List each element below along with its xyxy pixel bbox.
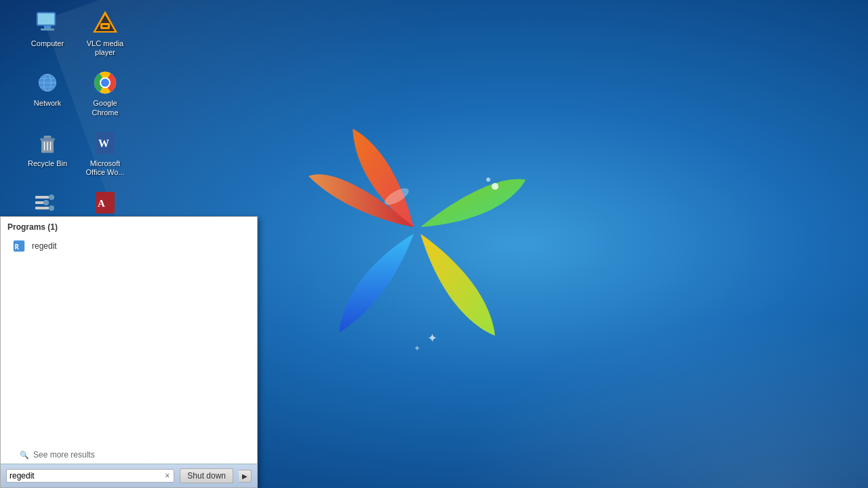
svg-rect-34 bbox=[35, 207, 49, 209]
see-more-results[interactable]: 🔍 See more results bbox=[1, 447, 257, 464]
svg-text:✦: ✦ bbox=[414, 344, 420, 352]
svg-text:R: R bbox=[15, 243, 20, 251]
icon-computer[interactable]: Computer bbox=[20, 7, 75, 60]
svg-point-2 bbox=[486, 178, 490, 182]
icon-recycle-label: Recycle Bin bbox=[28, 159, 67, 168]
svg-rect-12 bbox=[102, 25, 108, 27]
search-box[interactable]: × bbox=[6, 469, 174, 483]
msword-icon: W bbox=[92, 129, 119, 157]
svg-text:A: A bbox=[98, 198, 105, 209]
svg-text:W: W bbox=[98, 138, 109, 149]
programs-header: Programs (1) bbox=[7, 222, 250, 232]
icon-chrome-label: Google Chrome bbox=[81, 99, 130, 117]
icon-chrome[interactable]: Google Chrome bbox=[78, 66, 132, 119]
regedit-icon: R bbox=[12, 239, 26, 253]
search-clear-button[interactable]: × bbox=[163, 471, 171, 481]
settings-icon bbox=[34, 189, 61, 216]
computer-icon bbox=[34, 9, 61, 37]
network-icon bbox=[34, 69, 61, 96]
recycle-bin-icon bbox=[34, 129, 61, 157]
svg-rect-7 bbox=[44, 26, 51, 28]
windows-logo: ✦ ✦ bbox=[295, 108, 539, 355]
svg-rect-6 bbox=[38, 14, 54, 24]
chrome-icon bbox=[92, 69, 119, 96]
icon-msword[interactable]: W Microsoft Office Wo... bbox=[78, 127, 132, 180]
see-more-label: See more results bbox=[33, 450, 95, 460]
icon-row-0: Computer VLC media player bbox=[20, 7, 132, 60]
icon-network-label: Network bbox=[34, 99, 61, 108]
start-menu-content: Programs (1) R regedit bbox=[1, 217, 257, 447]
icon-row-2: Recycle Bin W Microsoft Office Wo... bbox=[20, 127, 132, 180]
search-input[interactable] bbox=[9, 471, 163, 481]
icon-msword-label: Microsoft Office Wo... bbox=[81, 159, 130, 177]
vlc-icon bbox=[92, 9, 119, 37]
shutdown-button[interactable]: Shut down bbox=[180, 468, 233, 483]
program-item-regedit[interactable]: R regedit bbox=[7, 236, 250, 256]
icon-computer-label: Computer bbox=[31, 39, 64, 48]
svg-text:✦: ✦ bbox=[427, 331, 437, 345]
icon-recycle[interactable]: Recycle Bin bbox=[20, 127, 75, 180]
icon-row-1: Network bbox=[20, 66, 132, 119]
shutdown-arrow-button[interactable]: ▶ bbox=[239, 470, 252, 483]
svg-rect-8 bbox=[41, 28, 54, 30]
access-icon: A bbox=[92, 189, 119, 216]
start-menu-bottom: × Shut down ▶ bbox=[1, 464, 257, 487]
desktop-icons-container: Computer VLC media player bbox=[20, 7, 132, 228]
start-menu: Programs (1) R regedit 🔍 See more result… bbox=[0, 216, 258, 488]
svg-point-37 bbox=[49, 205, 54, 211]
svg-point-35 bbox=[49, 195, 54, 200]
icon-vlc[interactable]: VLC media player bbox=[78, 7, 132, 60]
icon-vlc-label: VLC media player bbox=[81, 39, 130, 57]
icon-network[interactable]: Network bbox=[20, 66, 75, 119]
svg-rect-32 bbox=[35, 196, 49, 199]
svg-rect-25 bbox=[44, 136, 52, 138]
svg-point-1 bbox=[492, 183, 498, 190]
svg-point-36 bbox=[43, 200, 49, 205]
program-regedit-name: regedit bbox=[32, 241, 57, 251]
svg-point-22 bbox=[101, 79, 109, 87]
svg-rect-24 bbox=[40, 138, 55, 141]
desktop: ✦ ✦ bbox=[0, 0, 868, 488]
search-small-icon: 🔍 bbox=[20, 451, 29, 460]
